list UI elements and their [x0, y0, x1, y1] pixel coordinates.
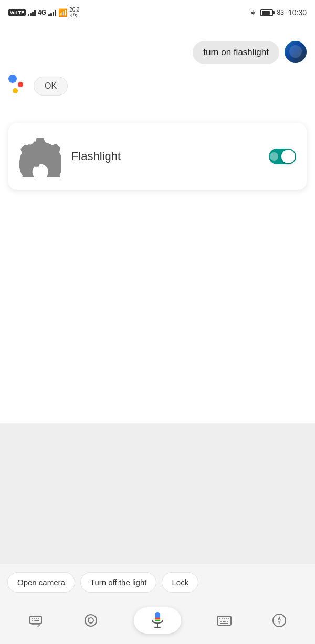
toggle-knob — [281, 150, 295, 163]
toggle-switch[interactable] — [269, 149, 296, 164]
suggestion-chips: Open camera Turn off the light Lock — [0, 564, 315, 601]
flashlight-card: Flashlight — [8, 123, 307, 190]
signal-bars-2 — [48, 9, 56, 16]
mic-icon — [150, 611, 165, 630]
google-assistant-icon — [8, 75, 27, 93]
user-message-text: turn on flashlight — [203, 47, 269, 57]
volte-badge: VoLTE — [8, 9, 26, 16]
network-type: 4G — [38, 9, 46, 16]
ok-bubble: OK — [34, 77, 68, 96]
user-message-row: turn on flashlight — [8, 36, 307, 64]
chip-turn-off-light[interactable]: Turn off the light — [80, 572, 157, 593]
battery-icon — [260, 9, 273, 16]
battery-fill — [262, 11, 270, 15]
bluetooth-icon: ∗ — [250, 8, 256, 17]
signal-bar-4 — [34, 10, 36, 16]
avatar — [285, 41, 307, 63]
status-right: ∗ 83 10:30 — [250, 8, 307, 17]
svg-point-7 — [85, 615, 97, 626]
dot-red — [18, 82, 23, 87]
signal-bar-1 — [28, 14, 29, 16]
signal-bar-3 — [32, 12, 34, 16]
dot-yellow — [13, 88, 18, 93]
svg-point-9 — [88, 618, 89, 619]
svg-point-26 — [273, 614, 286, 627]
keyboard-button[interactable] — [213, 609, 236, 632]
lens-button[interactable] — [79, 609, 102, 632]
toggle-trail — [270, 152, 278, 161]
svg-rect-15 — [155, 620, 160, 621]
data-speed: 20.3 K/s — [69, 7, 79, 18]
mic-button[interactable] — [134, 607, 181, 634]
main-content: turn on flashlight OK — [0, 25, 315, 423]
lens-icon — [83, 613, 99, 628]
flashlight-label: Flashlight — [71, 150, 258, 163]
keyboard-tray-icon — [28, 613, 43, 628]
signal-bar-2 — [30, 13, 32, 16]
chat-area: turn on flashlight OK — [0, 25, 315, 114]
gear-icon — [19, 135, 61, 177]
status-left: VoLTE 4G 📶 20.3 K/s — [8, 7, 80, 18]
svg-rect-13 — [155, 618, 160, 619]
flashlight-toggle[interactable] — [269, 149, 296, 164]
wifi-icon: 📶 — [58, 8, 67, 17]
keyboard-icon — [216, 613, 232, 628]
keyboard-tray-button[interactable] — [24, 609, 47, 632]
user-bubble: turn on flashlight — [193, 41, 279, 64]
bottom-bar — [0, 601, 315, 644]
chip-open-camera[interactable]: Open camera — [7, 572, 75, 593]
signal-bars — [28, 9, 36, 16]
clock: 10:30 — [288, 8, 307, 17]
svg-marker-28 — [278, 620, 281, 625]
battery-percent: 83 — [277, 9, 284, 16]
explore-button[interactable] — [268, 609, 291, 632]
assistant-row: OK — [8, 75, 307, 96]
assistant-response: OK — [45, 81, 57, 90]
explore-icon — [271, 613, 287, 628]
dot-blue — [8, 75, 17, 83]
avatar-face — [285, 41, 307, 63]
gray-area: Open camera Turn off the light Lock — [0, 423, 315, 601]
svg-marker-27 — [278, 616, 281, 620]
status-bar: VoLTE 4G 📶 20.3 K/s ∗ 83 10:30 — [0, 0, 315, 25]
chip-lock[interactable]: Lock — [162, 572, 198, 593]
